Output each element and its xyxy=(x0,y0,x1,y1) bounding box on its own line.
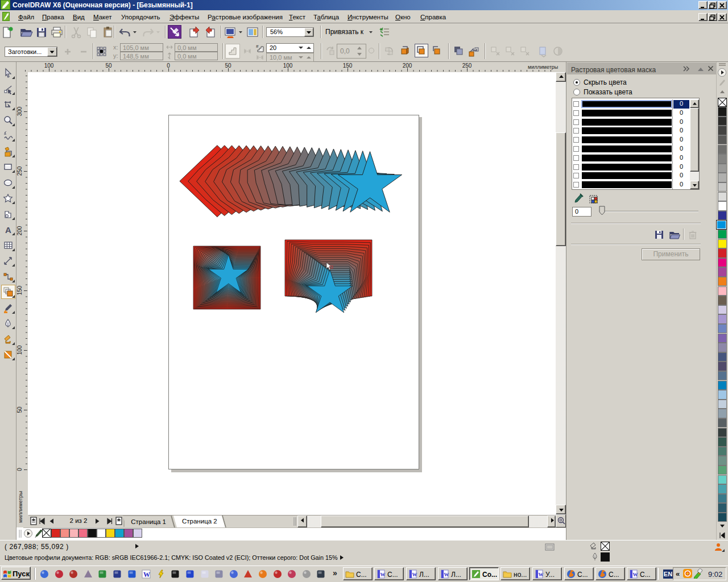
svg-text:0: 0 xyxy=(167,63,170,69)
svg-text:100: 100 xyxy=(283,63,293,69)
svg-text:W: W xyxy=(539,572,544,577)
svg-text:200: 200 xyxy=(16,226,23,235)
svg-text:50: 50 xyxy=(16,406,23,413)
svg-text:миллиметры: миллиметры xyxy=(17,491,23,523)
svg-text:50: 50 xyxy=(105,63,112,69)
svg-text:W: W xyxy=(143,571,150,579)
svg-text:миллиметры: миллиметры xyxy=(528,64,558,70)
svg-text:0: 0 xyxy=(16,468,23,471)
svg-text:250: 250 xyxy=(462,63,472,69)
svg-text:#: # xyxy=(256,44,259,49)
svg-text:150: 150 xyxy=(343,63,353,69)
svg-text:250: 250 xyxy=(16,166,23,176)
svg-text:300: 300 xyxy=(16,106,23,116)
svg-text:W: W xyxy=(412,572,417,577)
svg-text:100: 100 xyxy=(16,345,23,355)
svg-text:200: 200 xyxy=(403,63,412,69)
svg-text:100: 100 xyxy=(44,63,54,69)
svg-text:A: A xyxy=(5,225,11,235)
svg-text:W: W xyxy=(444,572,449,577)
svg-text:W: W xyxy=(633,572,638,577)
svg-text:150: 150 xyxy=(16,285,23,295)
svg-text:50: 50 xyxy=(225,63,231,69)
svg-text:W: W xyxy=(380,572,386,577)
